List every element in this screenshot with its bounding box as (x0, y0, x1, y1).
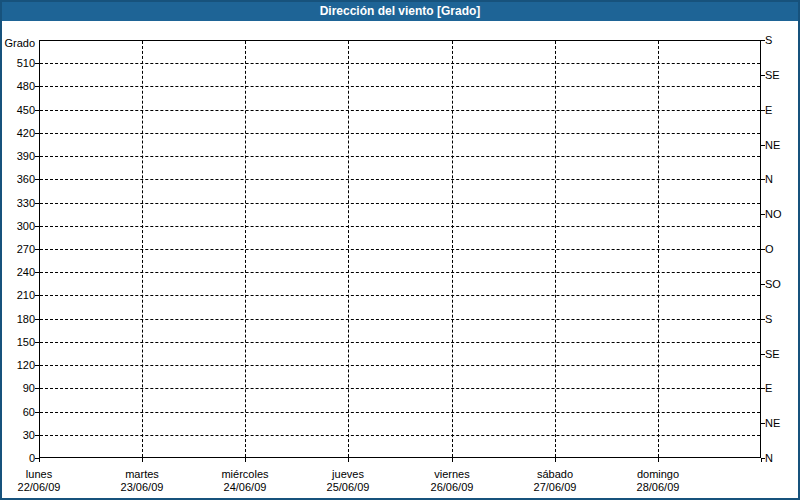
compass-tick-label: S (765, 313, 795, 326)
vertical-gridline (142, 41, 143, 457)
y-axis-tick (35, 226, 39, 227)
x-axis-date-label: 24/06/09 (193, 481, 297, 494)
x-axis-date-label: 26/06/09 (400, 481, 504, 494)
horizontal-gridline (40, 365, 760, 366)
compass-tick-label: S (765, 34, 795, 47)
y-axis-tick (35, 412, 39, 413)
y-axis-tick (35, 63, 39, 64)
x-axis-date-label: 22/06/09 (0, 481, 91, 494)
compass-tick-label: NE (765, 417, 795, 430)
x-axis-day-label: viernes (400, 468, 504, 481)
compass-tick-label: O (765, 243, 795, 256)
vertical-gridline (245, 41, 246, 457)
compass-tick-label: N (765, 452, 795, 465)
y-axis-tick (35, 342, 39, 343)
y-axis-tick (35, 295, 39, 296)
y-axis-tick-label: 180 (2, 313, 35, 326)
horizontal-gridline (40, 412, 760, 413)
x-axis-tick (761, 458, 762, 462)
y-axis-tick-label: 360 (2, 173, 35, 186)
x-axis-day-label: sábado (503, 468, 607, 481)
y-axis-tick (35, 249, 39, 250)
x-axis-tick (348, 458, 349, 462)
y-axis-tick-label: 150 (2, 336, 35, 349)
x-axis-day-label: miércoles (193, 468, 297, 481)
y-axis-tick-label: 240 (2, 266, 35, 279)
horizontal-gridline (40, 179, 760, 180)
compass-tick-label: SE (765, 348, 795, 361)
y-axis-tick-label: 60 (2, 406, 35, 419)
horizontal-gridline (40, 203, 760, 204)
y-axis-tick (35, 388, 39, 389)
x-axis-tick (452, 458, 453, 462)
horizontal-gridline (40, 295, 760, 296)
y-axis-tick-label: 480 (2, 80, 35, 93)
y-axis-tick (35, 203, 39, 204)
x-axis-date-label: 27/06/09 (503, 481, 607, 494)
horizontal-gridline (40, 319, 760, 320)
compass-tick-label: N (765, 173, 795, 186)
compass-tick-label: E (765, 382, 795, 395)
compass-tick-label: NO (765, 208, 795, 221)
x-axis-date-label: 25/06/09 (296, 481, 400, 494)
chart-title-bar: Dirección del viento [Grado] (2, 2, 798, 21)
x-axis-tick (142, 458, 143, 462)
y-axis-tick (35, 110, 39, 111)
horizontal-gridline (40, 133, 760, 134)
y-axis-tick-label: 270 (2, 243, 35, 256)
x-axis-tick (245, 458, 246, 462)
horizontal-gridline (40, 110, 760, 111)
y-axis-tick-label: 120 (2, 359, 35, 372)
horizontal-gridline (40, 388, 760, 389)
x-axis-day-label: jueves (296, 468, 400, 481)
horizontal-gridline (40, 435, 760, 436)
y-axis-tick-label: 30 (2, 429, 35, 442)
y-axis-tick (35, 133, 39, 134)
y-axis-tick (35, 156, 39, 157)
chart-window: Dirección del viento [Grado] Grado 03060… (0, 0, 800, 500)
compass-tick-label: E (765, 104, 795, 117)
y-axis-tick-label: 420 (2, 127, 35, 140)
x-axis-tick (39, 458, 40, 462)
x-axis-tick (555, 458, 556, 462)
vertical-gridline (348, 41, 349, 457)
y-axis-title: Grado (2, 37, 35, 50)
x-axis-date-label: 28/06/09 (606, 481, 710, 494)
horizontal-gridline (40, 342, 760, 343)
x-axis-tick (658, 458, 659, 462)
y-axis-tick (35, 365, 39, 366)
compass-tick-label: SE (765, 69, 795, 82)
vertical-gridline (555, 41, 556, 457)
horizontal-gridline (40, 249, 760, 250)
x-axis-day-label: domingo (606, 468, 710, 481)
x-axis-day-label: martes (90, 468, 194, 481)
y-axis-tick (35, 86, 39, 87)
compass-tick-label: NE (765, 139, 795, 152)
y-axis-tick-label: 300 (2, 220, 35, 233)
y-axis-tick (35, 179, 39, 180)
horizontal-gridline (40, 272, 760, 273)
y-axis-tick (35, 272, 39, 273)
y-axis-tick-label: 210 (2, 289, 35, 302)
y-axis-tick-label: 330 (2, 197, 35, 210)
horizontal-gridline (40, 86, 760, 87)
y-axis-tick-label: 450 (2, 104, 35, 117)
x-axis-date-label: 23/06/09 (90, 481, 194, 494)
vertical-gridline (452, 41, 453, 457)
horizontal-gridline (40, 226, 760, 227)
chart-title: Dirección del viento [Grado] (320, 4, 481, 18)
compass-tick-label: SO (765, 278, 795, 291)
y-axis-tick (35, 319, 39, 320)
vertical-gridline (658, 41, 659, 457)
y-axis-tick-label: 390 (2, 150, 35, 163)
y-axis-tick-label: 90 (2, 382, 35, 395)
y-axis-tick-label: 510 (2, 57, 35, 70)
horizontal-gridline (40, 63, 760, 64)
y-axis-tick-label: 0 (2, 452, 35, 465)
horizontal-gridline (40, 156, 760, 157)
y-axis-tick (35, 435, 39, 436)
x-axis-day-label: lunes (0, 468, 91, 481)
